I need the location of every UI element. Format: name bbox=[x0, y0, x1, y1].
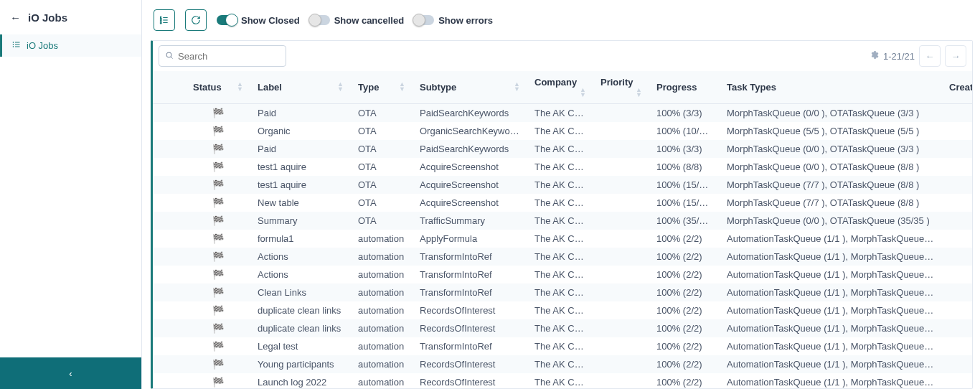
status-cell: 🏁 bbox=[186, 122, 250, 140]
priority-cell bbox=[593, 283, 649, 301]
flag-icon: 🏁 bbox=[212, 323, 224, 334]
flag-icon: 🏁 bbox=[212, 341, 224, 352]
table-row[interactable]: 🏁formula1automationApplyFormulaThe AK Co… bbox=[153, 230, 972, 248]
toggle-show-cancelled[interactable]: Show cancelled bbox=[310, 15, 405, 26]
sidebar-collapse-button[interactable]: ‹ bbox=[0, 357, 141, 389]
task-types-cell: AutomationTaskQueue (1/1 ), MorphTaskQue… bbox=[720, 337, 942, 355]
column-header-company[interactable]: Company▲▼ bbox=[527, 71, 593, 104]
pager-next-button[interactable]: → bbox=[945, 45, 966, 67]
column-header-type[interactable]: Type▲▼ bbox=[351, 71, 413, 104]
column-header-priority[interactable]: Priority▲▼ bbox=[593, 71, 649, 104]
created-cell bbox=[942, 319, 972, 337]
refresh-button[interactable] bbox=[185, 9, 207, 31]
label-cell: Organic bbox=[250, 122, 351, 140]
table-row[interactable]: 🏁Young participantsautomationRecordsOfIn… bbox=[153, 355, 972, 373]
table-scroll[interactable]: Status▲▼ Label▲▼ Type▲▼ Subtype▲▼ Compan… bbox=[153, 71, 972, 388]
status-cell: 🏁 bbox=[186, 266, 250, 283]
subtype-cell: RecordsOfInterest bbox=[413, 319, 527, 337]
table-row[interactable]: 🏁ActionsautomationTransformIntoRefThe AK… bbox=[153, 266, 972, 283]
panel-toolbar: 1-21/21 ← → bbox=[153, 41, 972, 71]
table-row[interactable]: 🏁duplicate clean linksautomationRecordsO… bbox=[153, 301, 972, 319]
flag-icon: 🏁 bbox=[212, 161, 224, 172]
table-row[interactable]: 🏁PaidOTAPaidSearchKeywordsThe AK Corp100… bbox=[153, 140, 972, 158]
type-cell: automation bbox=[351, 283, 413, 301]
subtype-cell: PaidSearchKeywords bbox=[413, 104, 527, 123]
back-arrow-icon[interactable]: ← bbox=[10, 11, 21, 24]
priority-cell bbox=[593, 122, 649, 140]
label-cell: test1 aquire bbox=[250, 158, 351, 176]
toggle-track-icon bbox=[217, 15, 237, 25]
table-row[interactable]: 🏁New tableOTAAcquireScreenshotThe AK Cor… bbox=[153, 194, 972, 212]
label-cell: formula1 bbox=[250, 230, 351, 248]
table-row[interactable]: 🏁ActionsautomationTransformIntoRefThe AK… bbox=[153, 248, 972, 266]
row-tools-cell bbox=[153, 176, 186, 194]
task-types-cell: MorphTaskQueue (7/7 ), OTATaskQueue (8/8… bbox=[720, 176, 942, 194]
flag-icon: 🏁 bbox=[212, 197, 224, 208]
created-cell bbox=[942, 122, 972, 140]
search-input-wrapper[interactable] bbox=[159, 45, 286, 67]
flag-icon: 🏁 bbox=[212, 251, 224, 262]
table-row[interactable]: 🏁test1 aquireOTAAcquireScreenshotThe AK … bbox=[153, 158, 972, 176]
created-cell bbox=[942, 373, 972, 388]
created-cell bbox=[942, 355, 972, 373]
created-cell bbox=[942, 301, 972, 319]
subtype-cell: TransformIntoRef bbox=[413, 248, 527, 266]
progress-cell: 100% (2/2) bbox=[649, 337, 720, 355]
search-input[interactable] bbox=[178, 51, 280, 62]
svg-point-3 bbox=[13, 42, 14, 43]
pager-prev-button[interactable]: ← bbox=[919, 45, 941, 67]
priority-cell bbox=[593, 212, 649, 230]
gear-icon[interactable] bbox=[870, 50, 879, 62]
sidebar-item-io-jobs[interactable]: iO Jobs bbox=[0, 34, 141, 57]
row-tools-cell bbox=[153, 248, 186, 266]
column-header-created[interactable]: Created a bbox=[942, 71, 972, 104]
company-cell: The AK Corp bbox=[527, 158, 593, 176]
task-types-cell: MorphTaskQueue (0/0 ), OTATaskQueue (3/3… bbox=[720, 140, 942, 158]
svg-point-4 bbox=[13, 44, 14, 45]
table-row[interactable]: 🏁PaidOTAPaidSearchKeywordsThe AK Corp100… bbox=[153, 104, 972, 123]
search-icon bbox=[165, 51, 174, 62]
column-header-progress[interactable]: Progress bbox=[649, 71, 720, 104]
toggle-label: Show errors bbox=[438, 15, 493, 26]
toggle-show-errors[interactable]: Show errors bbox=[414, 15, 493, 26]
row-tools-cell bbox=[153, 158, 186, 176]
flag-icon: 🏁 bbox=[212, 126, 224, 136]
company-cell: The AK Corp bbox=[527, 122, 593, 140]
created-cell bbox=[942, 194, 972, 212]
column-header-task-types[interactable]: Task Types bbox=[720, 71, 942, 104]
column-header-label[interactable]: Label▲▼ bbox=[250, 71, 351, 104]
table-row[interactable]: 🏁OrganicOTAOrganicSearchKeywordsThe AK C… bbox=[153, 122, 972, 140]
priority-cell bbox=[593, 319, 649, 337]
task-types-cell: MorphTaskQueue (7/7 ), OTATaskQueue (8/8… bbox=[720, 194, 942, 212]
type-cell: OTA bbox=[351, 176, 413, 194]
table-row[interactable]: 🏁Legal testautomationTransformIntoRefThe… bbox=[153, 337, 972, 355]
list-view-button[interactable]: 123 bbox=[154, 9, 175, 31]
progress-cell: 100% (8/8) bbox=[649, 158, 720, 176]
table-row[interactable]: 🏁test1 aquireOTAAcquireScreenshotThe AK … bbox=[153, 176, 972, 194]
table-row[interactable]: 🏁SummaryOTATrafficSummaryThe AK Corp100%… bbox=[153, 212, 972, 230]
toggle-show-closed[interactable]: Show Closed bbox=[217, 15, 300, 26]
label-cell: Actions bbox=[250, 248, 351, 266]
row-tools-cell bbox=[153, 283, 186, 301]
task-types-cell: MorphTaskQueue (0/0 ), OTATaskQueue (35/… bbox=[720, 212, 942, 230]
status-cell: 🏁 bbox=[186, 104, 250, 123]
progress-cell: 100% (2/2) bbox=[649, 319, 720, 337]
created-cell bbox=[942, 337, 972, 355]
table-row[interactable]: 🏁duplicate clean linksautomationRecordsO… bbox=[153, 319, 972, 337]
column-header-status[interactable]: Status▲▼ bbox=[186, 71, 250, 104]
priority-cell bbox=[593, 301, 649, 319]
row-tools-cell bbox=[153, 355, 186, 373]
status-cell: 🏁 bbox=[186, 140, 250, 158]
subtype-cell: TransformIntoRef bbox=[413, 266, 527, 283]
table-row[interactable]: 🏁Clean LinksautomationTransformIntoRefTh… bbox=[153, 283, 972, 301]
subtype-cell: OrganicSearchKeywords bbox=[413, 122, 527, 140]
label-cell: test1 aquire bbox=[250, 176, 351, 194]
table-row[interactable]: 🏁Launch log 2022automationRecordsOfInter… bbox=[153, 373, 972, 388]
main: 123 Show Closed Show cancelled Show erro… bbox=[142, 0, 980, 389]
svg-text:3: 3 bbox=[160, 22, 161, 24]
company-cell: The AK Corp bbox=[527, 319, 593, 337]
column-header-subtype[interactable]: Subtype▲▼ bbox=[413, 71, 527, 104]
row-tools-cell bbox=[153, 266, 186, 283]
row-tools-cell bbox=[153, 373, 186, 388]
svg-line-13 bbox=[171, 57, 172, 58]
